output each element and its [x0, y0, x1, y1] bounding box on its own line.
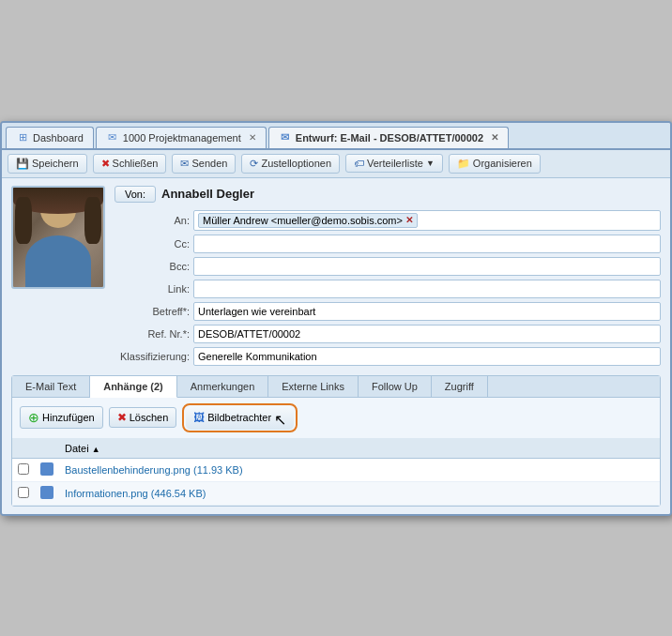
field-cc[interactable] [193, 235, 661, 253]
col-file-header[interactable]: Datei ▲ [59, 439, 660, 459]
form-area: Von: Annabell Degler An: Müller Andrew <… [11, 186, 661, 366]
tab-zugriff-label: Zugriff [445, 381, 474, 392]
field-row-refnr: Ref. Nr.*: [115, 325, 661, 343]
field-label-to: An: [115, 215, 190, 226]
tab-externe-links[interactable]: Externe Links [268, 376, 359, 397]
close-icon: ✖ [101, 158, 110, 170]
viewer-icon: 🖼 [193, 411, 205, 424]
send-label: Senden [191, 158, 227, 169]
list-button[interactable]: 🏷 Verteilerliste ▼ [345, 154, 443, 173]
tab-zugriff[interactable]: Zugriff [432, 376, 488, 397]
field-row-link: Link: [115, 280, 661, 298]
save-button[interactable]: 💾 Speichern [8, 154, 87, 174]
tab-externe-links-label: Externe Links [282, 381, 344, 392]
row1-file-cell: Baustellenbehinderung.png (11.93 KB) [59, 458, 660, 481]
field-row-to: An: Müller Andrew <mueller@demo.sobis.co… [115, 210, 661, 231]
tab-anmerkungen[interactable]: Anmerkungen [177, 376, 269, 397]
col-edit-icon [35, 439, 59, 459]
send-button[interactable]: ✉ Senden [172, 154, 236, 174]
tab-anhaenge-label: Anhänge (2) [103, 381, 163, 392]
table-row: Baustellenbehinderung.png (11.93 KB) [12, 458, 660, 481]
form-fields: Von: Annabell Degler An: Müller Andrew <… [115, 186, 661, 366]
from-label: Von: [125, 189, 145, 200]
field-to[interactable]: Müller Andrew <mueller@demo.sobis.com> ✕ [193, 210, 661, 231]
org-label: Organisieren [473, 158, 532, 169]
from-row: Von: Annabell Degler [115, 186, 661, 203]
send-icon: ✉ [180, 158, 189, 170]
table-row: Informationen.png (446.54 KB) [12, 481, 660, 505]
field-row-cc: Cc: [115, 235, 661, 253]
delete-label: Löschen [130, 412, 169, 423]
col-checkbox [12, 439, 35, 459]
file-table: Datei ▲ [12, 439, 660, 506]
toolbar: 💾 Speichern ✖ Schließen ✉ Senden ⟳ Zuste… [2, 150, 670, 178]
delete-button[interactable]: ✖ Löschen [109, 407, 177, 428]
attach-content: ⊕ Hinzufügen ✖ Löschen 🖼 Bildbetrachter … [12, 398, 660, 506]
row1-file-link[interactable]: Baustellenbehinderung.png (11.93 KB) [65, 464, 243, 476]
add-label: Hinzufügen [42, 412, 95, 423]
field-row-subject: Betreff*: [115, 302, 661, 321]
close-button[interactable]: ✖ Schließen [93, 154, 167, 174]
row1-edit-icon [40, 462, 53, 476]
tab-email-close[interactable]: ✕ [491, 132, 498, 143]
recipient-remove[interactable]: ✕ [405, 215, 413, 225]
org-icon: 📁 [457, 158, 470, 170]
tab-project[interactable]: ✉ 1000 Projektmanagement ✕ [96, 127, 267, 148]
tab-email[interactable]: ✉ Entwurf: E-Mail - DESOB/ATTET/00002 ✕ [268, 127, 509, 148]
delete-icon: ✖ [117, 411, 127, 424]
email-icon-draft: ✉ [279, 131, 292, 144]
close-label: Schließen [113, 158, 159, 169]
deliver-button[interactable]: ⟳ Zustelloptionen [241, 154, 340, 174]
row1-checkbox-cell [12, 458, 35, 481]
deliver-icon: ⟳ [250, 158, 258, 170]
field-refnr[interactable] [193, 325, 661, 343]
list-label: Verteilerliste [367, 158, 423, 169]
tab-email-text[interactable]: E-Mail Text [12, 376, 90, 397]
tab-project-label: 1000 Projektmanagement [123, 132, 241, 144]
tab-dashboard[interactable]: ⊞ Dashboard [6, 127, 94, 148]
tab-email-text-label: E-Mail Text [25, 381, 76, 392]
field-label-class: Klassifizierung: [115, 351, 190, 362]
field-label-cc: Cc: [115, 238, 190, 250]
save-icon: 💾 [16, 158, 29, 170]
attach-toolbar: ⊕ Hinzufügen ✖ Löschen 🖼 Bildbetrachter … [12, 398, 660, 439]
field-label-subject: Betreff*: [115, 306, 190, 317]
row2-edit-icon [40, 486, 53, 499]
from-button[interactable]: Von: [115, 186, 156, 203]
main-window: ⊞ Dashboard ✉ 1000 Projektmanagement ✕ ✉… [0, 121, 672, 516]
field-row-class: Klassifizierung: [115, 347, 661, 366]
tab-project-close[interactable]: ✕ [249, 132, 256, 143]
org-button[interactable]: 📁 Organisieren [449, 154, 541, 174]
tab-anhaenge[interactable]: Anhänge (2) [90, 376, 177, 398]
from-name: Annabell Degler [161, 187, 254, 201]
list-dropdown-arrow[interactable]: ▼ [426, 159, 435, 168]
add-button[interactable]: ⊕ Hinzufügen [20, 406, 103, 429]
row2-file-cell: Informationen.png (446.54 KB) [59, 481, 660, 505]
recipient-value: Müller Andrew <mueller@demo.sobis.com> [203, 215, 403, 226]
dashboard-icon: ⊞ [16, 131, 29, 144]
viewer-button[interactable]: 🖼 Bildbetrachter ↖ [186, 406, 294, 430]
deliver-label: Zustelloptionen [261, 158, 331, 169]
tab-bar: ⊞ Dashboard ✉ 1000 Projektmanagement ✕ ✉… [2, 123, 670, 150]
field-link[interactable] [193, 280, 661, 298]
viewer-label: Bildbetrachter [207, 412, 271, 423]
cursor-icon: ↖ [274, 411, 286, 429]
field-label-refnr: Ref. Nr.*: [115, 328, 190, 340]
field-bcc[interactable] [193, 257, 661, 276]
section-tabs: E-Mail Text Anhänge (2) Anmerkungen Exte… [11, 375, 661, 507]
tab-follow-up[interactable]: Follow Up [359, 376, 432, 397]
row1-edit-cell [35, 458, 59, 481]
row1-checkbox[interactable] [18, 463, 29, 475]
tab-anmerkungen-label: Anmerkungen [191, 381, 255, 392]
row2-file-link[interactable]: Informationen.png (446.54 KB) [65, 488, 206, 499]
save-label: Speichern [32, 158, 79, 169]
recipient-tag: Müller Andrew <mueller@demo.sobis.com> ✕ [198, 213, 418, 228]
field-subject[interactable] [193, 302, 661, 321]
main-content: Von: Annabell Degler An: Müller Andrew <… [2, 178, 670, 514]
row2-checkbox[interactable] [18, 487, 29, 498]
tab-email-label: Entwurf: E-Mail - DESOB/ATTET/00002 [296, 132, 483, 144]
avatar [11, 186, 105, 289]
field-class[interactable] [193, 347, 661, 366]
field-label-bcc: Bcc: [115, 261, 190, 272]
avatar-image [13, 188, 103, 287]
